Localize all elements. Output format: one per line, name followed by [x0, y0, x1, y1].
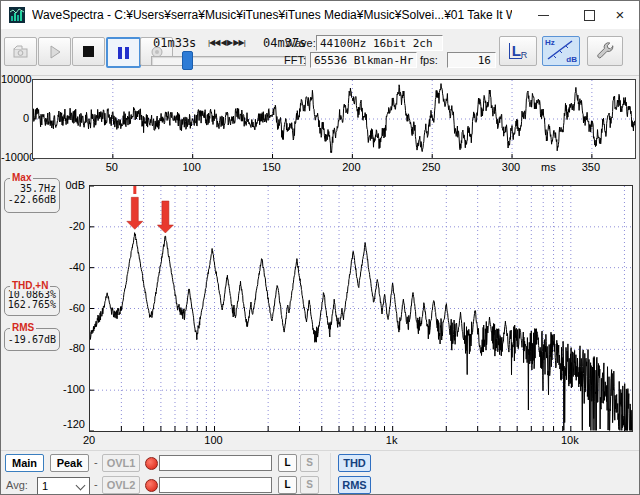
chevron-down-icon: [76, 481, 86, 491]
controls-separator: [330, 453, 331, 493]
wave-label: Wave:: [285, 37, 316, 49]
waveform-x-tick-label: 350: [576, 161, 606, 173]
lr-channel-button[interactable]: L R: [499, 36, 537, 66]
waveform-ms-unit: ms: [541, 161, 556, 173]
spectrum-x-tick-label: 20: [74, 434, 104, 446]
wrench-icon: [595, 41, 615, 61]
max-frequency-marker: [133, 186, 136, 194]
app-icon: [9, 7, 25, 23]
fps-label: fps:: [420, 54, 438, 66]
spectrum-y-tick-label: -120: [57, 418, 85, 430]
max-level-value: -22.66dB: [5, 194, 59, 205]
rms-readout-box: RMS -19.67dB: [4, 328, 60, 351]
spectrum-x-tick-label: 1k: [377, 434, 407, 446]
waveform-x-tick-label: 250: [416, 161, 446, 173]
waveform-x-tick-label: 300: [496, 161, 526, 173]
open-file-button[interactable]: [4, 37, 37, 66]
waveform-y-tick-label: 10000: [1, 73, 29, 85]
minimize-icon: [538, 15, 549, 16]
title-bar: WaveSpectra - C:¥Users¥serra¥Music¥iTune…: [1, 1, 639, 29]
ovl2-led-indicator: [145, 479, 158, 492]
ovl1-led-indicator: [145, 457, 158, 470]
hz-db-icon: Hz dB: [543, 37, 579, 65]
wavespectra-window: WaveSpectra - C:¥Users¥serra¥Music¥iTune…: [0, 0, 640, 495]
settings-button[interactable]: [587, 36, 623, 66]
waveform-x-tick-label: 50: [97, 161, 127, 173]
rms-toggle-button[interactable]: RMS: [338, 476, 371, 494]
max-readout-box: Max 35.7Hz -22.66dB: [4, 178, 60, 213]
ovl2-load-button[interactable]: L: [278, 476, 297, 494]
ovl1-button[interactable]: OVL1: [102, 454, 140, 472]
ovl1-text-input[interactable]: [159, 455, 272, 471]
dash-separator-1: -: [94, 456, 98, 468]
pause-icon: [118, 47, 129, 59]
spectrum-trace: [90, 233, 632, 431]
waveform-y-tick-label: 0: [1, 112, 29, 124]
peak-arrow-icon: [127, 197, 143, 229]
close-button[interactable]: ×: [603, 1, 637, 29]
thd-toggle-button[interactable]: THD: [338, 454, 371, 472]
toolbar: 01m33s |◀◀ ◀ ▶ ▶▶| 04m37s Wave: 44100Hz …: [1, 29, 639, 76]
waveform-chart: [32, 79, 636, 159]
hz-db-scale-button[interactable]: Hz dB: [542, 36, 580, 66]
thd-title: THD,+N: [10, 280, 50, 291]
spectrum-x-tick-label: 100: [199, 434, 229, 446]
peak-arrow-icon: [157, 201, 173, 233]
max-title: Max: [10, 172, 33, 183]
stop-icon: [83, 46, 94, 57]
spectrum-y-tick-label: -80: [57, 342, 85, 354]
bottom-control-bar: Main Peak - OVL1 L S THD Avg: 1 - OVL2 L…: [1, 450, 639, 495]
spectrum-y-tick-label: -60: [57, 302, 85, 314]
wave-format-display: 44100Hz 16bit 2ch: [316, 35, 443, 51]
ovl1-load-button[interactable]: L: [278, 454, 297, 472]
ovl2-text-input[interactable]: [159, 477, 272, 493]
ovl1-save-button[interactable]: S: [300, 454, 319, 472]
window-title: WaveSpectra - C:¥Users¥serra¥Music¥iTune…: [32, 8, 512, 22]
seek-slider-track[interactable]: [151, 56, 306, 66]
open-file-icon: [12, 44, 30, 60]
waveform-y-tick-label: -10000: [1, 151, 29, 163]
seek-buttons[interactable]: |◀◀ ◀ ▶ ▶▶|: [208, 38, 245, 47]
avg-select[interactable]: 1: [37, 477, 90, 495]
spectrum-y-tick-label: -20: [57, 220, 85, 232]
minimize-button[interactable]: [527, 1, 561, 29]
fft-label: FFT:: [284, 54, 306, 66]
thd-readout-box: THD,+N 10.0863% 162.765%: [4, 286, 60, 316]
spectrum-y-tick-label: -40: [57, 261, 85, 273]
waveform-x-tick-label: 100: [177, 161, 207, 173]
stop-button[interactable]: [72, 37, 105, 66]
seek-slider-thumb[interactable]: [182, 51, 193, 70]
spectrum-x-tick-label: 10k: [555, 434, 585, 446]
ovl2-save-button[interactable]: S: [300, 476, 319, 494]
spectrum-grid: [90, 186, 632, 431]
spectrum-y-tick-label: 0dB: [57, 179, 85, 191]
spectrum-chart: [89, 185, 633, 432]
dash-separator-2: -: [94, 478, 98, 490]
waveform-x-tick-label: 150: [257, 161, 287, 173]
waveform-trace: [33, 84, 635, 153]
fft-settings-display: 65536 Blkman-Hr: [310, 52, 417, 68]
channel-r-label: R: [521, 50, 528, 60]
waveform-x-tick-label: 200: [336, 161, 366, 173]
ovl2-button[interactable]: OVL2: [102, 476, 140, 494]
fps-input[interactable]: 16: [447, 52, 496, 68]
avg-selected-value: 1: [42, 480, 48, 492]
main-display-button[interactable]: Main: [5, 454, 44, 472]
pause-button[interactable]: [106, 37, 141, 68]
maximize-icon: [584, 10, 595, 21]
peak-display-button[interactable]: Peak: [50, 454, 89, 472]
avg-label: Avg:: [6, 479, 28, 491]
rms-title: RMS: [10, 322, 36, 333]
play-icon: [48, 45, 62, 59]
play-button[interactable]: [38, 37, 71, 66]
peak-annotation-arrows: [127, 197, 174, 233]
maximize-button[interactable]: [573, 1, 607, 29]
thdn-percent-value: 162.765%: [5, 300, 59, 310]
spectrum-y-tick-label: -100: [57, 383, 85, 395]
time-elapsed: 01m33s: [153, 36, 196, 50]
